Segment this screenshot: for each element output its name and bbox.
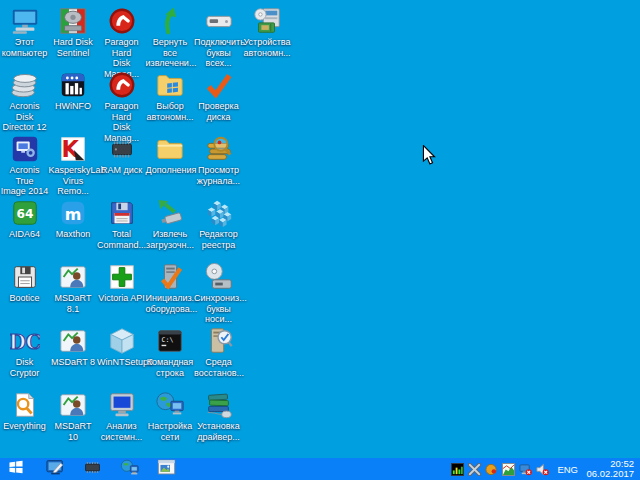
view-journal-icon bbox=[204, 134, 234, 164]
desktop-icon-label: Средавосстанов... bbox=[194, 357, 243, 378]
desktop-icon-winntsetup3[interactable]: WinNTSetup3 bbox=[97, 326, 146, 368]
desktop-icon-label: Синхрониз...буквы носи... bbox=[194, 293, 243, 325]
desktop-icon-additions-folder[interactable]: Дополнения bbox=[146, 134, 195, 176]
bootice-icon bbox=[10, 262, 40, 292]
desktop-icon-label: Дополнения bbox=[146, 165, 195, 176]
svg-text:m: m bbox=[65, 205, 82, 224]
desktop-icon-offline-devices[interactable]: Устройстваавтономн... bbox=[243, 6, 292, 58]
desktop-icon-extract-boot[interactable]: Извлечьзагрузочн... bbox=[146, 198, 195, 250]
desktop-icon-bootice[interactable]: Bootice bbox=[0, 262, 49, 304]
paragon-hdm-2-icon bbox=[107, 70, 137, 100]
desktop-icon-label: Инициализ...оборудова... bbox=[146, 293, 195, 314]
desktop-icon-label: Анализсистемн... bbox=[97, 421, 146, 442]
hardware-sensors-tray-icon[interactable] bbox=[450, 462, 465, 477]
desktop-icon-init-hardware[interactable]: Инициализ...оборудова... bbox=[146, 262, 195, 314]
desktop-icon-victoria-api[interactable]: Victoria API bbox=[97, 262, 146, 304]
hwinfo-icon bbox=[58, 70, 88, 100]
desktop-icon-paragon-hdm-1[interactable]: Paragon HardDisk Manag... bbox=[97, 6, 146, 79]
display-tool-taskbar-button[interactable] bbox=[41, 458, 69, 480]
desktop-icon-label: HWiNFO bbox=[49, 101, 98, 112]
desktop-icon-system-analysis[interactable]: Анализсистемн... bbox=[97, 390, 146, 442]
desktop-icon-paragon-hdm-2[interactable]: Paragon HardDisk Manag... bbox=[97, 70, 146, 143]
sync-letters-icon bbox=[204, 262, 234, 292]
additions-folder-icon bbox=[155, 134, 185, 164]
msdart-10-icon bbox=[58, 390, 88, 420]
desktop-icon-label: Bootice bbox=[0, 293, 49, 304]
desktop-icon-label: Maxthon bbox=[49, 229, 98, 240]
desktop-icon-label: Этоткомпьютер bbox=[0, 37, 49, 58]
desktop-icon-everything[interactable]: Everything bbox=[0, 390, 49, 432]
network-tool-icon bbox=[120, 458, 139, 480]
registry-editor-icon bbox=[204, 198, 234, 228]
network-tool-taskbar-button[interactable] bbox=[115, 458, 143, 480]
desktop-icon-mount-all-letters[interactable]: Подключитьбуквы всех... bbox=[194, 6, 243, 69]
extract-boot-icon bbox=[155, 198, 185, 228]
msdart-8-icon bbox=[58, 326, 88, 356]
desktop-icon-label: TotalCommand... bbox=[97, 229, 146, 250]
desktop-icon-view-journal[interactable]: Просмотржурнала... bbox=[194, 134, 243, 186]
desktop-icon-hard-disk-sentinel[interactable]: Hard DiskSentinel bbox=[49, 6, 98, 58]
ram-chip-tool-taskbar-button[interactable] bbox=[78, 458, 106, 480]
desktop-icon-label: Проверкадиска bbox=[194, 101, 243, 122]
network-disconnected-tray-icon[interactable] bbox=[518, 462, 533, 477]
desktop-icon-offline-choice[interactable]: Выборавтономн... bbox=[146, 70, 195, 122]
this-pc-icon bbox=[10, 6, 40, 36]
desktop-icon-label: Выборавтономн... bbox=[146, 101, 195, 122]
winntsetup3-icon bbox=[107, 326, 137, 356]
recovery-environment-icon bbox=[204, 326, 234, 356]
msdart-81-icon bbox=[58, 262, 88, 292]
acronis-disk-director-icon bbox=[10, 70, 40, 100]
desktop-icon-driver-install[interactable]: Установкадрайвер... bbox=[194, 390, 243, 442]
start-button[interactable] bbox=[0, 458, 32, 480]
aida64-icon: 64 bbox=[10, 198, 40, 228]
image-viewer-icon bbox=[157, 458, 176, 480]
desktop-icon-label: Acronis DiskDirector 12 bbox=[0, 101, 49, 133]
desktop-icon-hwinfo[interactable]: HWiNFO bbox=[49, 70, 98, 112]
paragon-hdm-1-icon bbox=[107, 6, 137, 36]
desktop-icon-msdart-81[interactable]: MSDaRT 8.1 bbox=[49, 262, 98, 314]
desktop-icon-registry-editor[interactable]: Редакторреестра bbox=[194, 198, 243, 250]
system-tray: ENG 20:52 06.02.2017 bbox=[450, 459, 640, 479]
ram-chip-tool-icon bbox=[83, 458, 102, 480]
volume-muted-tray-icon[interactable] bbox=[535, 462, 550, 477]
desktop-icon-recovery-environment[interactable]: Средавосстанов... bbox=[194, 326, 243, 378]
desktop-icon-maxthon[interactable]: mMaxthon bbox=[49, 198, 98, 240]
desktop-icon-network-setup[interactable]: Настройкасети bbox=[146, 390, 195, 442]
desktop-icon-sync-letters[interactable]: Синхрониз...буквы носи... bbox=[194, 262, 243, 325]
desktop-icon-acronis-true-image[interactable]: Acronis TrueImage 2014 bbox=[0, 134, 49, 197]
network-setup-icon bbox=[155, 390, 185, 420]
victoria-api-icon bbox=[107, 262, 137, 292]
usb-utility-tray-icon[interactable] bbox=[484, 462, 499, 477]
desktop-icon-total-commander[interactable]: TotalCommand... bbox=[97, 198, 146, 250]
return-all-ejected-icon bbox=[155, 6, 185, 36]
desktop-icon-this-pc[interactable]: Этоткомпьютер bbox=[0, 6, 49, 58]
taskbar: ENG 20:52 06.02.2017 bbox=[0, 458, 640, 480]
clock[interactable]: 20:52 06.02.2017 bbox=[584, 459, 634, 479]
desktop[interactable]: ЭтоткомпьютерHard DiskSentinelParagon Ha… bbox=[0, 0, 640, 458]
ram-disk-icon bbox=[107, 134, 137, 164]
acronis-true-image-icon bbox=[10, 134, 40, 164]
desktop-icon-disk-cryptor[interactable]: DCDisk Cryptor bbox=[0, 326, 49, 378]
desktop-icon-return-all-ejected[interactable]: Вернуть всеизвлечени... bbox=[146, 6, 195, 69]
language-indicator[interactable]: ENG bbox=[557, 464, 578, 475]
kaspersky-virus-removal-icon: K bbox=[58, 134, 88, 164]
desktop-icon-label: AIDA64 bbox=[0, 229, 49, 240]
desktop-icon-aida64[interactable]: 64AIDA64 bbox=[0, 198, 49, 240]
desktop-icon-label: Команднаястрока bbox=[146, 357, 195, 378]
desktop-icon-label: Acronis TrueImage 2014 bbox=[0, 165, 49, 197]
desktop-icon-label: MSDaRT 10 bbox=[49, 421, 98, 442]
disk-health-tray-icon[interactable] bbox=[501, 462, 516, 477]
desktop-icon-command-prompt[interactable]: C:\Команднаястрока bbox=[146, 326, 195, 378]
desktop-icon-acronis-disk-director[interactable]: Acronis DiskDirector 12 bbox=[0, 70, 49, 133]
desktop-icon-kaspersky-virus-removal[interactable]: KKasperskyLabVirus Remo... bbox=[49, 134, 98, 197]
desktop-icon-label: KasperskyLabVirus Remo... bbox=[49, 165, 98, 197]
desktop-icon-msdart-10[interactable]: MSDaRT 10 bbox=[49, 390, 98, 442]
utility-x-tray-icon[interactable] bbox=[467, 462, 482, 477]
windows-logo-icon bbox=[7, 458, 25, 480]
clock-date: 06.02.2017 bbox=[584, 469, 634, 479]
desktop-icon-check-disk[interactable]: Проверкадиска bbox=[194, 70, 243, 122]
system-analysis-icon bbox=[107, 390, 137, 420]
image-viewer-taskbar-button[interactable] bbox=[152, 458, 180, 480]
desktop-icon-ram-disk[interactable]: RAM диск bbox=[97, 134, 146, 176]
desktop-icon-msdart-8[interactable]: MSDaRT 8 bbox=[49, 326, 98, 368]
